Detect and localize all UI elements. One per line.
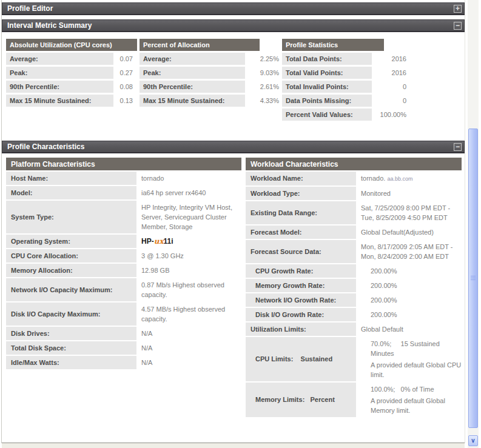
scrollbar-thumb[interactable]: [468, 129, 478, 428]
row-value: 100.00%: [372, 109, 408, 121]
row-label: Operating System:: [6, 235, 136, 248]
row-value: 12.98 GB: [136, 264, 241, 277]
row-value: 0: [372, 81, 408, 93]
row-label: Workload Type:: [246, 187, 356, 200]
table-row: Max 15 Minute Sustained: 0.13: [6, 95, 137, 107]
row-value: 2.25%: [245, 53, 280, 65]
hpux-11i-logo: HP-ux11i: [141, 237, 173, 246]
row-label: 90th Percentile:: [140, 81, 245, 93]
table-row: Forecast Model: Global Default(Adjusted): [246, 226, 462, 239]
collapse-icon[interactable]: −: [454, 22, 462, 30]
row-value: Monitored: [356, 187, 462, 200]
table-row: Host Name: tornado: [6, 172, 241, 185]
row-label: Memory Limits: Percent: [246, 383, 356, 417]
absolute-utilization-table: Absolute Utilization (CPU cores) Average…: [6, 39, 137, 141]
table-row: Memory Limits: Percent 100.0%; 0% of Tim…: [246, 383, 462, 417]
row-label: Network I/O Growth Rate:: [246, 293, 356, 307]
table-row: Network I/O Capacity Maximum: 0.87 Mb/s …: [6, 278, 241, 301]
row-label: Total Invalid Points:: [282, 81, 372, 93]
table-row: Disk I/O Growth Rate: 200.00%: [246, 308, 462, 321]
section-header-profile-editor[interactable]: Profile Editor +: [2, 2, 465, 15]
row-value: N/A: [136, 327, 241, 340]
row-value: 200.00%: [356, 264, 462, 278]
memory-limits-note: A provided default Global Memory limit.: [371, 396, 462, 415]
collapse-icon[interactable]: −: [454, 143, 462, 151]
row-label: Average:: [6, 53, 113, 65]
row-label: Data Points Missing:: [282, 95, 372, 107]
platform-characteristics-header: Platform Characteristics: [6, 158, 241, 170]
percent-of-allocation-table: Percent of Allocation Average: 2.25% Pea…: [140, 39, 280, 141]
chevron-down-icon: ∨: [471, 437, 475, 444]
row-label: Peak:: [140, 67, 245, 79]
page-bottom-strip: [2, 443, 465, 448]
row-label: Existing Data Range:: [246, 201, 356, 224]
row-label: Memory Allocation:: [6, 264, 136, 277]
row-label: Max 15 Minute Sustained:: [6, 95, 113, 107]
row-label: CPU Core Allocation:: [6, 249, 136, 262]
row-value: 3 @ 1.30 GHz: [136, 249, 241, 262]
row-label: Total Data Points:: [282, 53, 372, 65]
row-value: 0.27: [113, 67, 137, 79]
row-value: Global Default: [356, 323, 462, 336]
section-title-profile-characteristics: Profile Characteristics: [7, 142, 84, 151]
table-row: Total Invalid Points: 0: [282, 81, 408, 93]
table-row: Operating System: HP-ux11i: [6, 235, 241, 248]
table-row: Existing Data Range: Sat, 7/25/2009 8:00…: [246, 201, 462, 224]
row-label: System Type:: [6, 201, 136, 233]
panel-right-border: [465, 0, 465, 443]
table-row: Peak: 9.03%: [140, 67, 280, 79]
main-panel: Profile Editor + Interval Metric Summary…: [2, 0, 465, 448]
row-value: HP Integrity, Integrity VM Host, Server,…: [136, 201, 241, 233]
row-value: 9.03%: [245, 67, 280, 79]
row-label: CPU Limits: Sustained: [246, 337, 356, 381]
row-label: Memory Growth Rate:: [246, 279, 356, 292]
section-header-profile-characteristics[interactable]: Profile Characteristics −: [2, 141, 465, 153]
section-gap: [2, 15, 465, 19]
interval-metric-summary-content: Absolute Utilization (CPU cores) Average…: [2, 32, 465, 141]
vertical-scrollbar[interactable]: ∨: [468, 0, 479, 448]
row-label: Disk Drives:: [6, 327, 136, 340]
table-row: Disk Drives: N/A: [6, 327, 241, 340]
table-row: Percent Valid Values: 100.00%: [282, 109, 408, 121]
row-value: 100.0%; 0% of Time A provided default Gl…: [356, 383, 462, 417]
row-value: 70.0%; 15 Sustained Minutes A provided d…: [356, 337, 462, 381]
row-value: 200.00%: [356, 308, 462, 321]
row-value: 0: [372, 95, 408, 107]
row-label: Total Valid Points:: [282, 67, 372, 79]
row-value: ia64 hp server rx4640: [136, 186, 241, 199]
section-title-profile-editor: Profile Editor: [7, 4, 53, 13]
row-value: Sat, 7/25/2009 8:00 PM EDT - Tue, 8/25/2…: [356, 201, 462, 224]
table-row: Total Disk Space: N/A: [6, 341, 241, 355]
percent-of-allocation-header: Percent of Allocation: [140, 39, 260, 51]
table-row: Idle/Max Watts: N/A: [6, 356, 241, 369]
table-row: Total Data Points: 2016: [282, 53, 408, 65]
row-value: 2.61%: [245, 81, 280, 93]
table-row: Disk I/O Capacity Maximum: 4.57 MB/s Hig…: [6, 303, 241, 326]
row-label: Utilization Limits:: [246, 323, 356, 336]
cpu-limits-note: A provided default Global CPU limit.: [371, 360, 462, 379]
table-row: Workload Name: tornado. aa.bb.com: [246, 172, 462, 186]
row-label: Forecast Model:: [246, 226, 356, 239]
table-row: 90th Percentile: 2.61%: [140, 81, 280, 93]
expand-icon[interactable]: +: [454, 5, 462, 13]
table-row: Network I/O Growth Rate: 200.00%: [246, 293, 462, 307]
row-value: N/A: [136, 356, 241, 369]
absolute-utilization-header: Absolute Utilization (CPU cores): [6, 39, 137, 51]
table-row: Forecast Source Data: Mon, 8/17/2009 2:0…: [246, 240, 462, 263]
row-label: Average:: [140, 53, 245, 65]
table-row: Model: ia64 hp server rx4640: [6, 186, 241, 199]
row-value: 0.13: [113, 95, 137, 107]
table-row: Data Points Missing: 0: [282, 95, 408, 107]
table-row: Peak: 0.27: [6, 67, 137, 79]
section-header-interval-metric-summary[interactable]: Interval Metric Summary −: [2, 19, 465, 32]
row-value: 200.00%: [356, 279, 462, 292]
section-title-interval-metric-summary: Interval Metric Summary: [7, 21, 92, 30]
scrollbar-down-button[interactable]: ∨: [468, 435, 478, 446]
profile-statistics-header: Profile Statistics: [282, 39, 384, 51]
row-value: Mon, 8/17/2009 2:05 AM EDT - Mon, 8/24/2…: [356, 240, 462, 263]
row-value: 2016: [372, 67, 408, 79]
row-label: Workload Name:: [246, 172, 356, 186]
table-row: Workload Type: Monitored: [246, 187, 462, 200]
workload-characteristics-header: Workload Characteristics: [246, 158, 462, 170]
table-row: CPU Limits: Sustained 70.0%; 15 Sustaine…: [246, 337, 462, 381]
